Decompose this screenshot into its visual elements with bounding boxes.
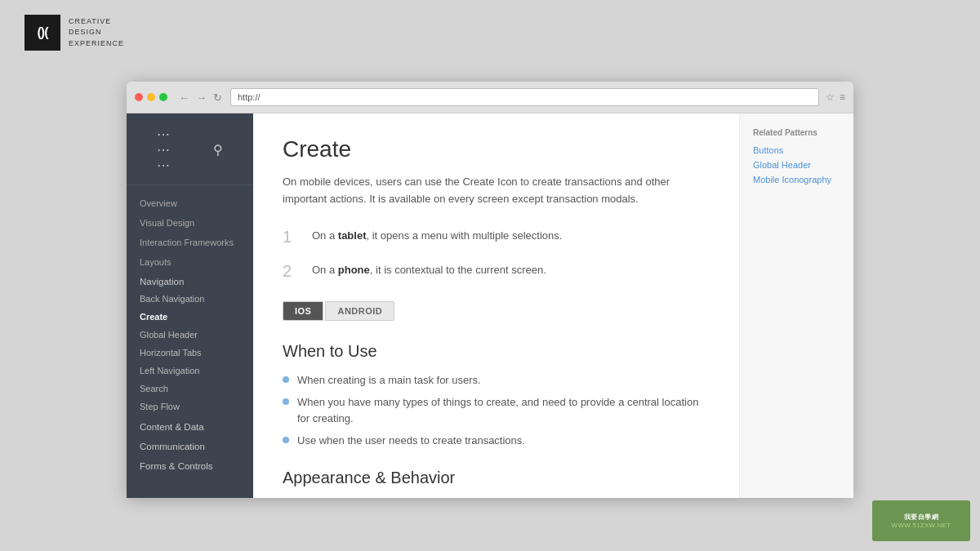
sidebar-item-create[interactable]: Create (127, 308, 253, 326)
sidebar-item-left-navigation[interactable]: Left Navigation (127, 362, 253, 380)
bullet-text-1: When creating is a main task for users. (297, 372, 481, 389)
number-2: 2 (283, 260, 299, 282)
brand-area: ()( CREATIVE DESIGN EXPERIENCE (24, 15, 124, 51)
menu-icon[interactable]: ≡ (840, 91, 845, 103)
sidebar-nav: Overview Visual Design Interaction Frame… (127, 185, 253, 481)
sidebar-item-interaction-frameworks[interactable]: Interaction Frameworks (127, 231, 253, 251)
bullet-dot-3 (283, 437, 289, 443)
back-button[interactable]: ← (177, 92, 191, 103)
bullet-item-1: When creating is a main task for users. (283, 372, 706, 389)
brand-text: CREATIVE DESIGN EXPERIENCE (69, 16, 124, 50)
sidebar-item-forms-controls[interactable]: Forms & Controls (127, 455, 253, 474)
bookmark-icon[interactable]: ☆ (826, 91, 835, 103)
numbered-list: 1 On a tablet, it opens a menu with mult… (283, 226, 706, 282)
related-patterns-title: Related Patterns (753, 128, 840, 137)
reload-button[interactable]: ↻ (212, 92, 224, 103)
bullet-text-3: Use when the user needs to create transa… (297, 433, 525, 449)
sidebar-item-search[interactable]: Search (127, 380, 253, 398)
traffic-lights (135, 93, 167, 101)
related-link-buttons[interactable]: Buttons (753, 145, 840, 155)
address-text: http:// (238, 92, 261, 102)
related-link-mobile-iconography[interactable]: Mobile Iconography (753, 175, 840, 184)
page-title: Create (283, 136, 706, 162)
sidebar: ⋯⋯⋯ ⚲ Overview Visual Design Interaction… (127, 113, 253, 498)
minimize-button[interactable] (147, 93, 155, 101)
browser-content: ⋯⋯⋯ ⚲ Overview Visual Design Interaction… (127, 113, 853, 498)
related-link-global-header[interactable]: Global Header (753, 160, 840, 170)
sidebar-icon-bar: ⋯⋯⋯ ⚲ (127, 122, 253, 185)
sidebar-item-global-header[interactable]: Global Header (127, 326, 253, 344)
page-intro: On mobile devices, users can use the Cre… (283, 174, 691, 208)
when-to-use-list: When creating is a main task for users. … (283, 372, 706, 449)
bullet-text-2: When you have many types of things to cr… (297, 394, 706, 426)
address-bar[interactable]: http:// (230, 88, 819, 106)
main-content-area: Create On mobile devices, users can use … (253, 113, 739, 498)
tab-buttons: IOS ANDROID (283, 301, 706, 321)
sidebar-item-content-data[interactable]: Content & Data (127, 415, 253, 435)
numbered-item-text-1: On a tablet, it opens a menu with multip… (312, 226, 562, 244)
forward-button[interactable]: → (194, 92, 208, 103)
grid-icon[interactable]: ⋯⋯⋯ (157, 127, 170, 173)
sidebar-item-communication[interactable]: Communication (127, 435, 253, 455)
browser-window: ← → ↻ http:// ☆ ≡ ⋯⋯⋯ ⚲ Overview Visual … (127, 82, 853, 498)
sidebar-item-navigation[interactable]: Navigation (127, 270, 253, 290)
maximize-button[interactable] (159, 93, 167, 101)
sidebar-item-overview[interactable]: Overview (127, 192, 253, 211)
bullet-dot-1 (283, 376, 289, 383)
numbered-item-text-2: On a phone, it is contextual to the curr… (312, 260, 546, 278)
search-icon[interactable]: ⚲ (213, 142, 223, 158)
watermark: 我要自學網 WWW.51ZXW.NET (872, 500, 970, 541)
bullet-item-2: When you have many types of things to cr… (283, 394, 706, 426)
browser-actions: ☆ ≡ (826, 91, 845, 103)
appearance-title: Appearance & Behavior (283, 469, 706, 487)
tab-android[interactable]: ANDROID (325, 301, 394, 321)
right-sidebar: Related Patterns Buttons Global Header M… (739, 113, 853, 498)
brand-logo: ()( (24, 15, 60, 51)
numbered-item-2: 2 On a phone, it is contextual to the cu… (283, 260, 706, 282)
sidebar-item-step-flow[interactable]: Step Flow (127, 398, 253, 415)
sidebar-item-visual-design[interactable]: Visual Design (127, 211, 253, 231)
numbered-item-1: 1 On a tablet, it opens a menu with mult… (283, 226, 706, 247)
browser-nav-buttons: ← → ↻ (177, 92, 224, 103)
sidebar-item-back-navigation[interactable]: Back Navigation (127, 290, 253, 308)
when-to-use-title: When to Use (283, 342, 706, 361)
close-button[interactable] (135, 93, 143, 101)
number-1: 1 (283, 226, 299, 247)
browser-chrome: ← → ↻ http:// ☆ ≡ (127, 82, 853, 113)
sidebar-item-layouts[interactable]: Layouts (127, 251, 253, 270)
sidebar-item-horizontal-tabs[interactable]: Horizontal Tabs (127, 344, 253, 362)
bullet-item-3: Use when the user needs to create transa… (283, 433, 706, 449)
bullet-dot-2 (283, 398, 289, 405)
tab-ios[interactable]: IOS (283, 301, 323, 321)
